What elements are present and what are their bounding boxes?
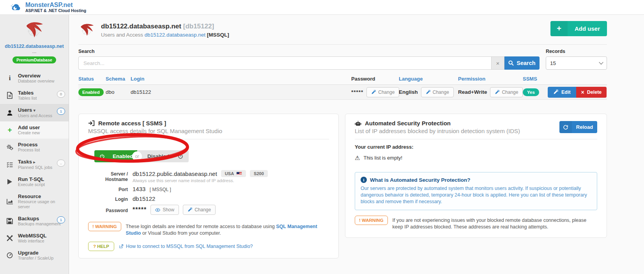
- pencil-icon: [371, 90, 376, 95]
- sidebar-item-process[interactable]: Process Process list: [0, 139, 69, 156]
- reload-button[interactable]: Reload: [559, 121, 597, 133]
- change-permission-button[interactable]: Change: [490, 87, 523, 97]
- login-label: Login: [88, 195, 128, 202]
- sidebar-item-users[interactable]: Users ▾ Users and Access 1: [0, 104, 69, 121]
- change-password-button[interactable]: Change: [183, 205, 216, 215]
- column-password: Password: [351, 76, 399, 82]
- db-link[interactable]: db15122.databaseasp.net: [145, 32, 205, 38]
- brand-logo[interactable]: MonsterASP.net ASP.NET & .NET Cloud Host…: [10, 2, 86, 13]
- add-user-button[interactable]: + Add user: [550, 21, 607, 36]
- warning-badge: ! WARNING: [355, 216, 388, 225]
- sidebar: db15122.databaseasp.net --- PremiumDatab…: [0, 15, 69, 274]
- caret-right-icon: ▸: [34, 160, 35, 164]
- sidebar-item-sublabel: Transfer / ScaleUp: [18, 256, 53, 261]
- permission-cell: Read+Write: [458, 89, 487, 95]
- server-hostname: db15122.public.databaseasp.net: [133, 170, 217, 177]
- topbar: MonsterASP.net ASP.NET & .NET Cloud Host…: [0, 0, 644, 15]
- panel-subtitle: List of IP addresses blocked by intrusio…: [355, 128, 559, 134]
- info-circle-icon: i: [361, 177, 367, 183]
- panel-title: Remote access [ SSMS ]: [98, 120, 166, 126]
- sidebar-item-sublabel: Tables list: [18, 96, 37, 101]
- pencil-icon: [553, 90, 558, 95]
- help-link[interactable]: How to connect to MSSQL from SQL Managem…: [119, 244, 253, 249]
- schema-cell: dbo: [106, 89, 131, 95]
- sidebar-item-label: Backups: [18, 216, 60, 221]
- info-icon: i: [5, 74, 14, 82]
- disabled-toggle-button[interactable]: Disabled: [137, 150, 189, 162]
- server-note: Always use this server name instead of I…: [133, 178, 268, 183]
- column-permission[interactable]: Permission: [458, 76, 523, 82]
- column-login[interactable]: Login: [131, 76, 351, 82]
- login-value: db15122: [133, 195, 155, 202]
- login-cell: db15122: [131, 89, 351, 95]
- close-icon: ×: [581, 89, 584, 95]
- remote-access-toggle: Enabled Disabled or: [94, 150, 189, 162]
- column-ssms[interactable]: SSMS: [523, 76, 548, 82]
- column-status[interactable]: Status: [78, 76, 106, 82]
- sqlserver-logo-icon: [78, 21, 96, 39]
- sidebar-item-label: Process: [18, 142, 40, 148]
- plan-badge: PremiumDatabase: [12, 56, 56, 63]
- search-button[interactable]: Search: [504, 56, 540, 70]
- change-language-button[interactable]: Change: [421, 87, 454, 97]
- password-mask: *****: [351, 89, 363, 95]
- sidebar-item-add-user[interactable]: + Add user Create new: [0, 121, 69, 139]
- sidebar-item-backups[interactable]: Backups Backups management 1: [0, 213, 69, 230]
- server-label: Server / Hostname: [88, 170, 128, 183]
- info-body: Our servers are protected by automated s…: [361, 185, 591, 205]
- sidebar-item-label: Add user: [18, 125, 40, 130]
- sidebar-item-tables[interactable]: Tables Tables list 0: [0, 87, 69, 104]
- password-mask: *****: [133, 206, 147, 213]
- port-value: 1433: [133, 186, 145, 192]
- remote-access-panel: Remote access [ SSMS ] MSSQL access deta…: [78, 114, 339, 258]
- sidebar-item-run-tsql[interactable]: Run T-SQL Execute script: [0, 173, 69, 190]
- sidebar-item-tasks[interactable]: Tasks ▸ Planned SQL jobs ..: [0, 156, 69, 173]
- change-password-button[interactable]: Change: [366, 87, 399, 97]
- sidebar-item-label: Users: [18, 107, 32, 113]
- edit-button[interactable]: Edit: [548, 87, 576, 98]
- warning-text: If you are not experiencing issues with …: [393, 216, 597, 230]
- sidebar-item-sublabel: Process list: [18, 148, 40, 153]
- sidebar-item-resource[interactable]: Resource Resource usage on server: [0, 190, 69, 213]
- sidebar-item-upgrade[interactable]: Upgrade Transfer / ScaleUp: [0, 247, 69, 264]
- pencil-icon: [426, 90, 430, 95]
- page-title-suffix: [db15122]: [183, 23, 214, 30]
- sidebar-item-sublabel: Resource usage on server: [18, 199, 65, 209]
- table-row: Enabled dbo db15122 ***** Change English: [78, 85, 607, 100]
- external-link-icon: [119, 244, 124, 249]
- sidebar-item-sublabel: Planned SQL jobs: [18, 165, 52, 170]
- info-title: What is Automated Security Protection?: [370, 177, 471, 183]
- sidebar-item-sublabel: Create new: [18, 130, 40, 135]
- sidebar-db-link[interactable]: db15122.databaseasp.net: [0, 44, 69, 49]
- records-label: Records: [546, 49, 607, 54]
- column-language[interactable]: Language: [399, 76, 458, 82]
- tables-count-badge: 0: [57, 91, 65, 98]
- sidebar-item-label: Tasks: [18, 159, 32, 165]
- power-icon: [178, 154, 183, 159]
- task-list-icon: [5, 162, 14, 167]
- search-icon: [508, 60, 514, 66]
- sidebar-item-overview[interactable]: i Overview Database overview: [0, 70, 69, 87]
- server-plan-badge: S200: [250, 170, 268, 177]
- column-schema[interactable]: Schema: [106, 76, 131, 82]
- clear-search-button[interactable]: ×: [491, 56, 504, 70]
- empty-list-text: This list is empty!: [363, 155, 402, 161]
- sidebar-item-webmssql[interactable]: WebMSSQL Web interface: [0, 230, 69, 247]
- backups-count-badge: 1: [57, 216, 65, 223]
- plus-icon: +: [550, 21, 568, 36]
- sidebar-menu: i Overview Database overview Tables Tabl…: [0, 70, 69, 264]
- show-password-button[interactable]: Show: [150, 205, 179, 215]
- enabled-toggle-button[interactable]: Enabled: [94, 150, 137, 162]
- help-badge: ? HELP: [88, 242, 114, 251]
- search-input[interactable]: [78, 56, 491, 70]
- users-count-badge: 1: [57, 108, 65, 115]
- users-table: Status Schema Login Password Language Pe…: [78, 76, 607, 100]
- current-ip-label: Your current IP address:: [355, 144, 597, 150]
- records-select[interactable]: 15: [546, 56, 607, 70]
- robot-icon: [355, 120, 361, 126]
- sidebar-item-label: Run T-SQL: [18, 176, 45, 182]
- tools-icon: [5, 235, 14, 241]
- page-title: db15122.databaseasp.net [db15122]: [101, 23, 550, 30]
- delete-button[interactable]: × Delete: [576, 87, 607, 98]
- pencil-icon: [495, 90, 499, 95]
